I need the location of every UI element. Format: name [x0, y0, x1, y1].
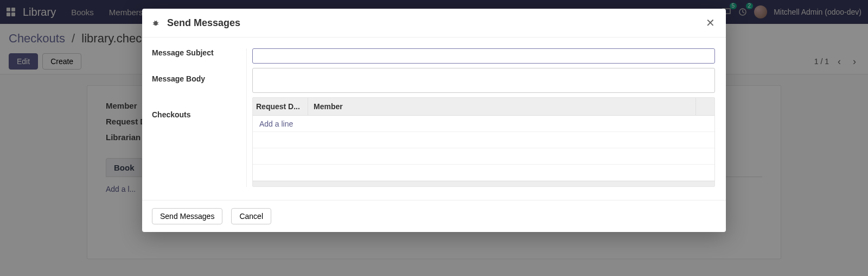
svg-line-7 [153, 24, 154, 24]
table-row [253, 148, 714, 165]
table-row: Add a line [253, 116, 714, 132]
svg-line-6 [157, 22, 158, 23]
svg-line-8 [157, 24, 158, 24]
label-checkouts: Checkouts [152, 110, 241, 126]
label-message-subject: Message Subject [152, 48, 241, 64]
modal-input-column: Request D... Member Add a line [247, 48, 715, 187]
table-row [253, 165, 714, 181]
label-message-body: Message Body [152, 74, 241, 99]
col-actions [696, 98, 714, 115]
modal-footer: Send Messages Cancel [142, 200, 726, 232]
modal-body: Message Subject Message Body Checkouts R… [142, 37, 726, 187]
send-messages-modal: Send Messages ✕ Message Subject Message … [142, 9, 726, 232]
message-body-input[interactable] [252, 68, 715, 93]
table-row [253, 132, 714, 148]
close-icon[interactable]: ✕ [706, 16, 715, 29]
modal-header: Send Messages ✕ [142, 9, 726, 37]
send-messages-button[interactable]: Send Messages [152, 208, 222, 224]
col-request-date[interactable]: Request D... [253, 98, 308, 115]
message-subject-input[interactable] [252, 48, 715, 64]
modal-title: Send Messages [167, 17, 240, 29]
add-line-link[interactable]: Add a line [256, 116, 296, 131]
table-scrollbar[interactable] [253, 181, 714, 186]
col-member[interactable]: Member [308, 98, 696, 115]
svg-line-5 [153, 22, 154, 23]
cancel-button[interactable]: Cancel [231, 208, 271, 224]
checkouts-table: Request D... Member Add a line [252, 97, 715, 187]
svg-point-4 [154, 21, 158, 26]
modal-label-column: Message Subject Message Body Checkouts [152, 48, 247, 187]
checkouts-table-header: Request D... Member [253, 98, 714, 116]
bug-icon[interactable] [152, 19, 159, 27]
